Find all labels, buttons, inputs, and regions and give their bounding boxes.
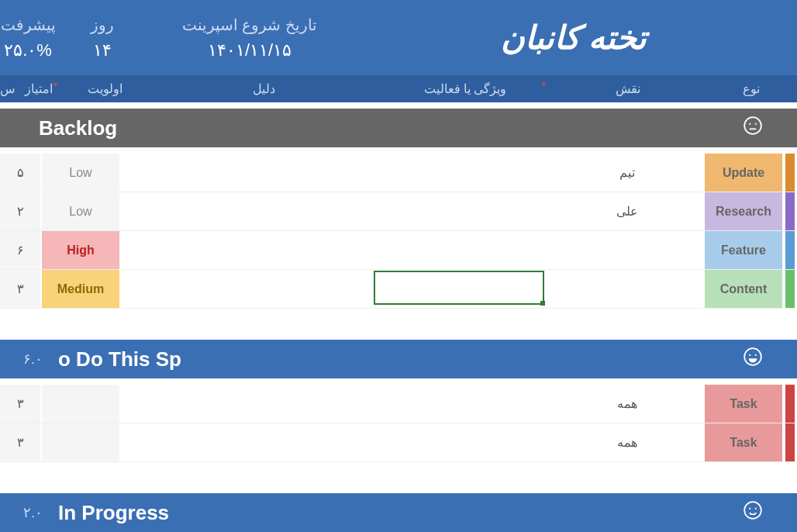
section-todo-header: ۶.۰ o Do This Sp <box>0 340 797 378</box>
score-cell[interactable]: ۶ <box>0 231 40 269</box>
svg-point-6 <box>754 354 756 356</box>
selection-outline <box>374 271 544 305</box>
score-cell[interactable]: ۳ <box>0 270 40 308</box>
type-edge <box>785 231 795 269</box>
table-row[interactable]: ۶ High Feature <box>0 231 797 270</box>
role-cell[interactable]: علی <box>550 192 705 230</box>
header: پیشرفت ۲۵.۰% روز ۱۴ تاریخ شروع اسپرینت ۱… <box>0 0 797 75</box>
score-cell[interactable]: ۳ <box>0 385 40 423</box>
type-cell[interactable]: Feature <box>705 231 782 269</box>
col-s: س <box>0 81 16 96</box>
type-cell[interactable]: Task <box>705 423 782 461</box>
inprogress-value: ۲.۰ <box>23 504 43 521</box>
table-row[interactable]: ۲ Low علی Research <box>0 192 797 231</box>
svg-point-2 <box>754 123 756 125</box>
col-type: نوع <box>706 81 797 96</box>
neutral-face-icon <box>708 116 797 140</box>
table-row[interactable]: ۵ Low تیم Update <box>0 154 797 192</box>
feature-cell[interactable] <box>371 270 550 308</box>
role-cell[interactable] <box>550 270 705 308</box>
board-title: تخته کانبان <box>350 19 797 57</box>
priority-cell[interactable]: Low <box>42 154 119 192</box>
col-role: نقش <box>550 81 706 96</box>
role-cell[interactable] <box>550 231 705 269</box>
feature-cell[interactable] <box>371 423 550 461</box>
priority-cell[interactable] <box>42 423 119 461</box>
todo-value: ۶.۰ <box>23 351 43 368</box>
reason-cell[interactable] <box>119 231 371 269</box>
reason-cell[interactable] <box>119 154 371 192</box>
svg-point-0 <box>744 117 761 134</box>
feature-cell[interactable] <box>371 385 550 423</box>
type-edge <box>785 385 795 423</box>
header-days: روز ۱۴ <box>56 16 149 60</box>
priority-cell[interactable]: Medium <box>42 270 119 308</box>
reason-cell[interactable] <box>119 270 371 308</box>
priority-cell[interactable]: High <box>42 231 119 269</box>
table-row[interactable]: ۳ همه Task <box>0 423 797 462</box>
header-title: تخته کانبان <box>350 19 797 57</box>
backlog-title: Backlog <box>23 116 117 140</box>
sprint-date-label: تاریخ شروع اسپرینت <box>149 16 350 34</box>
svg-point-9 <box>754 508 756 510</box>
col-score: ▾امتیاز <box>16 81 62 96</box>
reason-cell[interactable] <box>119 192 371 230</box>
days-value: ۱۴ <box>56 40 149 60</box>
todo-title: o Do This Sp <box>43 347 181 371</box>
inprogress-title: In Progress <box>43 501 169 525</box>
priority-cell[interactable] <box>42 385 119 423</box>
header-sprint-date: تاریخ شروع اسپرینت ۱۴۰۱/۱۱/۱۵ <box>149 16 350 60</box>
role-cell[interactable]: همه <box>550 423 705 461</box>
section-inprogress-header: ۲.۰ In Progress <box>0 493 797 532</box>
smile-face-icon <box>708 500 797 525</box>
score-cell[interactable]: ۲ <box>0 192 40 230</box>
feature-cell[interactable] <box>371 231 550 269</box>
type-cell[interactable]: Research <box>705 192 782 230</box>
score-cell[interactable]: ۳ <box>0 423 40 461</box>
role-cell[interactable]: تیم <box>550 154 705 192</box>
table-row[interactable]: ۳ Medium Content <box>0 270 797 309</box>
col-feature: ▾ویژگی یا فعالیت <box>380 81 550 96</box>
svg-point-8 <box>749 508 750 510</box>
section-backlog-header: Backlog <box>0 109 797 147</box>
type-edge <box>785 154 795 192</box>
header-progress: پیشرفت ۲۵.۰% <box>0 16 56 60</box>
col-priority: اولویت <box>62 81 147 96</box>
svg-point-5 <box>749 354 750 356</box>
role-cell[interactable]: همه <box>550 385 705 423</box>
type-cell[interactable]: Task <box>705 385 782 423</box>
progress-label: پیشرفت <box>0 16 56 34</box>
feature-cell[interactable] <box>371 154 550 192</box>
days-label: روز <box>56 16 149 34</box>
svg-point-4 <box>744 348 761 365</box>
reason-cell[interactable] <box>119 423 371 461</box>
type-cell[interactable]: Content <box>705 270 782 308</box>
table-row[interactable]: ۳ همه Task <box>0 385 797 423</box>
score-cell[interactable]: ۵ <box>0 154 40 192</box>
column-headers: س ▾امتیاز اولویت دلیل ▾ویژگی یا فعالیت ن… <box>0 75 797 102</box>
svg-point-1 <box>749 123 750 125</box>
sprint-date-value: ۱۴۰۱/۱۱/۱۵ <box>149 40 350 60</box>
type-edge <box>785 423 795 461</box>
priority-cell[interactable]: Low <box>42 192 119 230</box>
progress-value: ۲۵.۰% <box>0 40 56 60</box>
reason-cell[interactable] <box>119 385 371 423</box>
type-edge <box>785 192 795 230</box>
type-edge <box>785 270 795 308</box>
col-reason: دلیل <box>147 81 380 96</box>
feature-cell[interactable] <box>371 192 550 230</box>
svg-point-7 <box>744 502 761 519</box>
type-cell[interactable]: Update <box>705 154 782 192</box>
grin-face-icon <box>708 347 797 371</box>
